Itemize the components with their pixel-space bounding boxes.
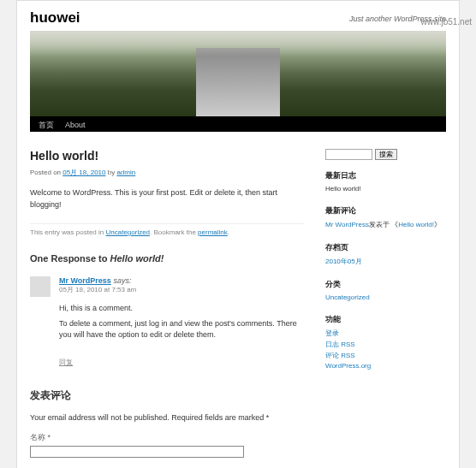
posted-in-mid: . Bookmark the xyxy=(150,228,198,236)
category-link[interactable]: Uncategorized xyxy=(105,228,150,236)
responses-post-title: Hello world! xyxy=(110,253,164,264)
meta-comments-rss-link[interactable]: 评论 RSS xyxy=(325,352,355,359)
category-link[interactable]: Uncategorized xyxy=(325,293,370,301)
url-overlay: www.jb51.net xyxy=(421,17,472,27)
nav-about[interactable]: About xyxy=(65,121,86,129)
rc-mid: 发表于 《 xyxy=(369,221,398,228)
nav-home[interactable]: 首页 xyxy=(39,121,54,129)
posted-in-prefix: This entry was posted in xyxy=(30,228,105,236)
list-item[interactable]: Uncategorized xyxy=(325,293,446,301)
name-input[interactable] xyxy=(30,446,244,458)
reply-link[interactable]: 回复 xyxy=(59,358,73,367)
comment-date[interactable]: 05月 18, 2010 at 7:53 am xyxy=(59,285,304,294)
widget-title: 功能 xyxy=(325,314,446,325)
widget-title: 最新日志 xyxy=(325,170,446,181)
name-label: 名称 * xyxy=(30,432,304,443)
widget-title: 分类 xyxy=(325,279,446,290)
widget-meta: 功能 登录 日志 RSS 评论 RSS WordPress.org xyxy=(325,314,446,370)
comment-item: Mr WordPress says: 05月 18, 2010 at 7:53 … xyxy=(30,276,304,367)
meta-login-link[interactable]: 登录 xyxy=(325,329,339,337)
list-item[interactable]: 评论 RSS xyxy=(325,351,446,360)
comment-says: says: xyxy=(113,276,131,285)
form-notice-text: Your email address will not be published… xyxy=(30,413,266,422)
list-item[interactable]: 2010年05月 xyxy=(325,257,446,266)
widget-categories: 分类 Uncategorized xyxy=(325,279,446,301)
comment-author-link[interactable]: Mr WordPress xyxy=(325,221,369,228)
post-footer-meta: This entry was posted in Uncategorized. … xyxy=(30,223,304,236)
list-item: Mr WordPress发表于 《Hello world!》 xyxy=(325,220,446,229)
search-widget: 搜索 xyxy=(325,149,446,160)
responses-heading: One Response to Hello world! xyxy=(30,253,304,264)
post-content: Welcome to WordPress. This is your first… xyxy=(30,187,304,210)
comment-author-link[interactable]: Mr WordPress xyxy=(59,276,111,285)
name-label-text: 名称 xyxy=(30,433,48,441)
list-item[interactable]: 登录 xyxy=(325,329,446,338)
comment-post-link[interactable]: Hello world! xyxy=(398,221,434,228)
post-title[interactable]: Hello world! xyxy=(30,149,304,163)
list-item[interactable]: 日志 RSS xyxy=(325,340,446,349)
search-button[interactable]: 搜索 xyxy=(375,149,397,160)
post-author-link[interactable]: admin xyxy=(116,169,135,176)
widget-title: 最新评论 xyxy=(325,205,446,216)
widget-archives: 存档页 2010年05月 xyxy=(325,242,446,266)
meta-rss-link[interactable]: 日志 RSS xyxy=(325,341,355,348)
meta-by-label: by xyxy=(106,169,117,176)
comment-author: Mr WordPress says: xyxy=(59,276,304,285)
rc-end: 》 xyxy=(434,221,441,228)
main-nav: 首页 About xyxy=(30,116,446,132)
meta-posted-label: Posted on xyxy=(30,169,62,176)
meta-wp-link[interactable]: WordPress.org xyxy=(325,362,371,370)
reply-form-title: 发表评论 xyxy=(30,388,304,403)
comment-text-1: Hi, this is a comment. xyxy=(59,303,304,315)
avatar xyxy=(30,276,51,297)
archive-link[interactable]: 2010年05月 xyxy=(325,258,362,265)
search-input[interactable] xyxy=(325,149,372,160)
header-banner-image xyxy=(30,31,446,116)
list-item[interactable]: WordPress.org xyxy=(325,362,446,370)
permalink-link[interactable]: permalink xyxy=(198,228,228,236)
widget-recent-comments: 最新评论 Mr WordPress发表于 《Hello world!》 xyxy=(325,205,446,229)
name-required: * xyxy=(48,433,51,441)
responses-prefix: One Response to xyxy=(30,253,110,264)
list-item[interactable]: Hello world! xyxy=(325,185,446,193)
widget-title: 存档页 xyxy=(325,242,446,253)
widget-recent-posts: 最新日志 Hello world! xyxy=(325,170,446,193)
form-notice: Your email address will not be published… xyxy=(30,413,304,422)
post-date-link[interactable]: 05月 18, 2010 xyxy=(62,169,105,176)
form-required-mark: * xyxy=(266,413,270,422)
comment-text-2: To delete a comment, just log in and vie… xyxy=(59,318,304,341)
post-meta: Posted on 05月 18, 2010 by admin xyxy=(30,168,304,177)
